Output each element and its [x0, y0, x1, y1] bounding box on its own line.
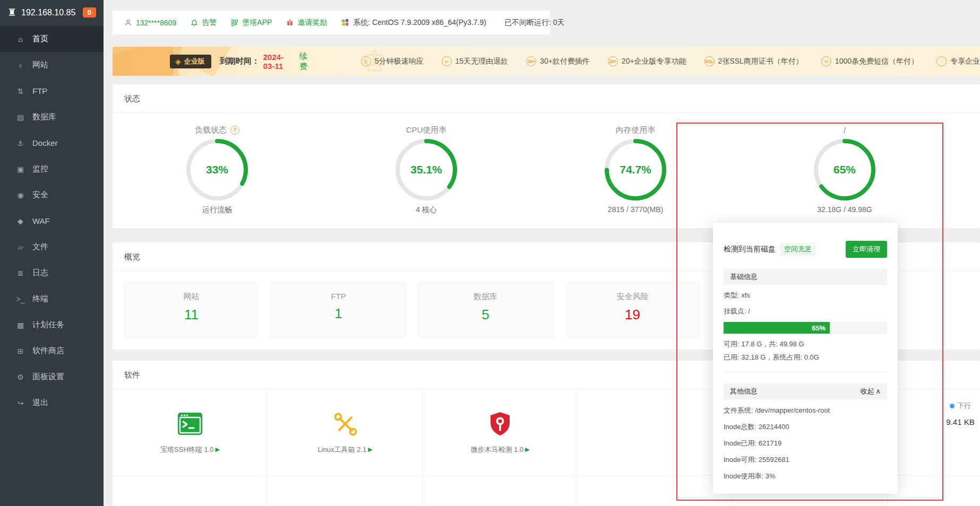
- sidebar-item[interactable]: ◆ WAF: [0, 208, 104, 234]
- sidebar-item[interactable]: ⇅ FTP: [0, 78, 104, 104]
- topbar-item-label: 邀请奖励: [297, 18, 327, 28]
- status-card: 状态 负载状态 ? 33% 运行流畅: [113, 84, 980, 228]
- status-title: 状态: [113, 84, 980, 113]
- sidebar-item[interactable]: >_ 终端: [0, 286, 104, 312]
- gauge-subtext: 4 核心: [416, 205, 437, 215]
- sidebar-item-label: 软件商店: [32, 346, 64, 356]
- banner-feature-label: 5分钟极速响应: [375, 57, 424, 66]
- gauge[interactable]: 负载状态 ? 33% 运行流畅: [113, 119, 322, 215]
- info-row: Inode可用: 25592681: [724, 451, 887, 468]
- gauge[interactable]: CPU使用率 ? 35.1% 4 核心: [322, 119, 531, 215]
- sidebar-item-label: 数据库: [32, 112, 56, 122]
- popup-header: 检测到当前磁盘 空间充足 立即清理: [724, 241, 887, 258]
- sidebar-item-label: 网站: [32, 60, 48, 70]
- topbar-item: 系统: CentOS 7.9.2009 x86_64(Py3.7.9): [341, 18, 486, 28]
- overview-box[interactable]: 安全风险 19: [565, 282, 700, 337]
- sidebar-item[interactable]: ▱ 文件: [0, 234, 104, 260]
- cron-icon: ▦: [15, 321, 25, 329]
- info-row: 类型: xfs: [724, 287, 887, 303]
- topbar-item[interactable]: 堡塔APP: [231, 18, 272, 28]
- sidebar-item[interactable]: ▦ 计划任务: [0, 312, 104, 338]
- gauge-ring: 33%: [186, 139, 248, 200]
- play-triangle-icon: ▶: [525, 446, 529, 453]
- gauge-label-row: 负载状态 ?: [195, 124, 239, 136]
- overview-box-label: 数据库: [419, 292, 552, 302]
- downstream-legend: 下行: [941, 401, 980, 411]
- overview-box[interactable]: FTP 1: [271, 282, 406, 337]
- sidebar-brand[interactable]: ♜ 192.168.10.85 0: [0, 0, 104, 24]
- software-app-name: Linux工具箱 2.1 ▶: [317, 445, 372, 455]
- site-icon: ♁: [15, 61, 25, 69]
- software-app[interactable]: 微步木马检测 1.0 ▶: [423, 389, 578, 475]
- sidebar-item-label: 面板设置: [32, 372, 64, 382]
- sidebar-item[interactable]: ⌂ 首页: [0, 26, 104, 52]
- sidebar-item-label: Docker: [32, 138, 58, 147]
- security-icon: ◉: [15, 191, 25, 199]
- sidebar-item[interactable]: ≣ 日志: [0, 260, 104, 286]
- downstream-label: 下行: [957, 401, 971, 411]
- topbar-item-label: 已不间断运行: 0天: [504, 18, 565, 28]
- sidebar-item-label: 终端: [32, 294, 48, 304]
- software-app[interactable]: Linux工具箱 2.1 ▶: [268, 389, 423, 475]
- info-row: 挂载点: /: [724, 303, 887, 319]
- gauge-ring: 35.1%: [396, 139, 457, 200]
- bt-tower-logo-icon: ♜: [7, 6, 16, 19]
- banner-feature: ◷ 5分钟极速响应: [361, 56, 424, 66]
- gauge[interactable]: / ? 65% 32.18G / 49.98G: [740, 119, 949, 215]
- bt-panel-app: ♜ 192.168.10.85 0 ⌂ 首页 ♁ 网站 ⇅ FTP ▤ 数据库: [0, 0, 980, 506]
- downstream-dot-icon: [950, 404, 955, 408]
- software-app[interactable]: 宝塔SSH终端 1.0 ▶: [113, 389, 268, 475]
- gauge[interactable]: 内存使用率 ? 74.7% 2815 / 3770(MB): [531, 119, 740, 215]
- play-triangle-icon: ▶: [215, 446, 219, 453]
- sidebar-item[interactable]: ♁ 网站: [0, 52, 104, 78]
- sidebar-item[interactable]: ▣ 监控: [0, 156, 104, 182]
- sidebar-item[interactable]: ⚙ 面板设置: [0, 364, 104, 390]
- message-count-badge[interactable]: 0: [83, 7, 96, 18]
- banner-feature: ↩ 15天无理由退款: [442, 56, 509, 66]
- info-row: 文件系统: /dev/mapper/centos-root: [724, 402, 887, 418]
- overview-box-value: 11: [125, 307, 258, 323]
- sidebar-item[interactable]: ⊞ 软件商店: [0, 338, 104, 364]
- files-icon: ▱: [15, 243, 25, 251]
- sms-icon: ✉: [821, 56, 831, 66]
- settings-icon: ⚙: [15, 373, 25, 381]
- play-triangle-icon: ▶: [368, 446, 372, 453]
- expire-label: 到期时间：: [220, 56, 260, 66]
- clean-now-button[interactable]: 立即清理: [846, 241, 887, 258]
- sidebar-item-label: 监控: [32, 164, 48, 174]
- help-icon[interactable]: ?: [230, 126, 239, 135]
- qrcode-icon: [231, 19, 238, 27]
- sidebar-item[interactable]: ⚓ Docker: [0, 130, 104, 156]
- topbar-item[interactable]: 邀请奖励: [286, 18, 327, 28]
- banner-feature: 20+ 20+企业版专享功能: [608, 56, 686, 66]
- gauge-label-row: 内存使用率 ?: [616, 124, 656, 136]
- sidebar-item[interactable]: ◉ 安全: [0, 182, 104, 208]
- gauge-label-row: / ?: [844, 124, 846, 136]
- logs-icon: ≣: [15, 269, 25, 277]
- sidebar-item[interactable]: ↪ 退出: [0, 390, 104, 416]
- banner-feature-label: 30+款付费插件: [540, 57, 590, 66]
- gift-icon: [286, 19, 294, 27]
- traffic-legend: 下行 9.41 KB: [941, 401, 980, 426]
- disk-check-text: 检测到当前磁盘: [724, 245, 776, 254]
- gauge-ring: 65%: [814, 139, 875, 200]
- expire-date: 2024-03-11: [263, 53, 293, 71]
- sidebar-item[interactable]: ▤ 数据库: [0, 104, 104, 130]
- overview-box[interactable]: 数据库 5: [418, 282, 553, 337]
- banner-feature-label: 20+企业版专享功能: [622, 57, 686, 66]
- diamond-icon: ◈: [175, 57, 181, 66]
- toolbox-icon: [332, 411, 358, 437]
- gauge-label: CPU使用率: [406, 125, 447, 135]
- topbar-item-label: 堡塔APP: [242, 18, 272, 28]
- renew-link[interactable]: 续费: [299, 51, 311, 72]
- banner-feature: 30+ 30+款付费插件: [526, 56, 590, 66]
- banner-feature-label: 1000条免费短信（年付）: [835, 57, 918, 66]
- overview-box[interactable]: 网站 11: [124, 282, 259, 337]
- terminal-icon: [177, 411, 203, 437]
- collapse-toggle[interactable]: 收起 ∧: [860, 383, 881, 399]
- info-row: Inode使用率: 3%: [724, 468, 887, 484]
- other-info-header: 其他信息 收起 ∧: [724, 383, 887, 399]
- topbar-item[interactable]: 132****8609: [124, 19, 176, 27]
- logout-icon: ↪: [15, 399, 25, 407]
- topbar-item[interactable]: 告警: [191, 18, 217, 28]
